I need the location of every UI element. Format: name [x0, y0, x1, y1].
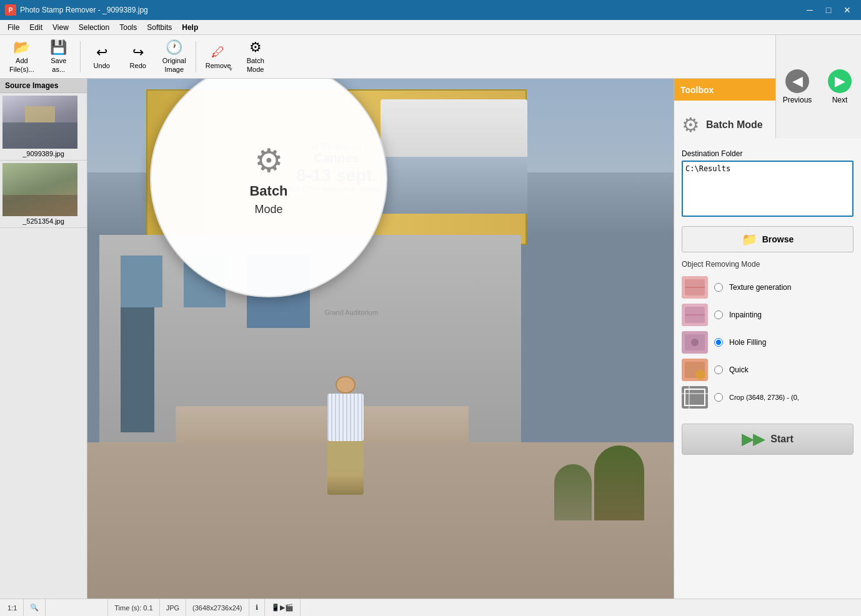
toolbar: 📂 AddFile(s)... 💾 Saveas... ↩ Undo ↪ Red…: [0, 35, 861, 79]
batch-mode-label: BatchMode: [247, 57, 264, 73]
mode-radio-inpainting[interactable]: [714, 310, 723, 319]
save-as-icon: 💾: [50, 39, 67, 56]
menu-selection[interactable]: Selection: [74, 21, 114, 34]
original-image-button[interactable]: 🕐 OriginalImage: [157, 38, 192, 76]
title-bar-left: P Photo Stamp Remover - _9099389.jpg: [5, 4, 148, 16]
grand-auditorium-label: Grand Auditorium: [292, 297, 410, 328]
menu-softbits[interactable]: Softbits: [142, 21, 177, 34]
zoom-display: 1:1: [5, 599, 24, 617]
mode-label-crop: Crop (3648, 2736) - (0,: [729, 394, 799, 401]
app-icon: P: [5, 4, 16, 16]
previous-button[interactable]: ◀ Previous: [776, 35, 819, 138]
mode-option-texture[interactable]: Texture generation: [682, 274, 854, 301]
next-button[interactable]: ▶ Next: [819, 35, 861, 138]
mode-option-hole-filling[interactable]: Hole Filling: [682, 329, 854, 356]
ground: [87, 442, 674, 599]
menu-bar: File Edit View Selection Tools Softbits …: [0, 20, 861, 35]
info-icon: ℹ: [249, 599, 265, 617]
remove-icon: 🖊: [211, 44, 225, 61]
close-button[interactable]: ✕: [839, 3, 856, 17]
toolbox-title: Toolbox: [680, 85, 714, 95]
menu-file[interactable]: File: [2, 21, 24, 34]
mode-icon-texture: [682, 276, 708, 299]
browse-folder-icon: 📁: [742, 232, 757, 247]
boat-banner: [381, 99, 527, 214]
mode-option-crop[interactable]: Crop (3648, 2736) - (0,: [682, 384, 854, 411]
object-removing-mode-section: Object Removing Mode Texture generation …: [682, 260, 854, 411]
zoom-level: 1:1: [7, 604, 17, 612]
save-as-button[interactable]: 💾 Saveas...: [41, 38, 76, 76]
main-area: Source Images _9099389.jpg _5251354.jpg: [0, 79, 861, 599]
mode-radio-crop[interactable]: [714, 393, 723, 402]
tree-right: [594, 445, 644, 520]
main-canvas: al Plaisance Cannes 8-13 sept. De 10h à …: [87, 79, 674, 599]
toolbox-batch-gear-icon: ⚙: [682, 113, 700, 137]
batch-mode-button[interactable]: ⚙ BatchMode: [238, 38, 273, 76]
toolbar-sep-2: [196, 41, 196, 72]
source-image-2-thumb: [2, 163, 77, 216]
destination-folder-input[interactable]: [682, 161, 854, 217]
start-button[interactable]: ▶▶ Start: [682, 424, 854, 455]
source-image-2[interactable]: _5251354.jpg: [0, 161, 87, 228]
source-panel-title: Source Images: [0, 79, 87, 93]
object-removing-mode-title: Object Removing Mode: [682, 260, 854, 269]
browse-button[interactable]: 📁 Browse: [682, 226, 854, 252]
menu-view[interactable]: View: [47, 21, 74, 34]
toolbox-batch-label: Batch Mode: [706, 119, 763, 131]
undo-icon: ↩: [96, 44, 107, 61]
undo-button[interactable]: ↩ Undo: [84, 38, 119, 76]
toolbox-panel: Toolbox ✕ ⚙ Batch Mode Destination Folde…: [674, 79, 861, 599]
add-files-icon: 📂: [13, 39, 30, 56]
tree-left: [554, 464, 592, 520]
redo-label: Redo: [130, 62, 146, 69]
destination-folder-section: Destination Folder: [682, 149, 854, 219]
nav-buttons: ◀ Previous ▶ Next: [775, 35, 861, 138]
time-display: Time (s): 0.1: [108, 599, 159, 617]
source-image-1-label: _9099389.jpg: [2, 150, 84, 157]
mode-radio-quick[interactable]: [714, 365, 723, 374]
mode-icon-quick: [682, 359, 708, 381]
remove-label: Remove: [206, 62, 231, 69]
redo-icon: ↪: [132, 44, 144, 61]
original-image-icon: 🕐: [166, 39, 182, 56]
redo-button[interactable]: ↪ Redo: [121, 38, 156, 76]
browse-label: Browse: [762, 234, 794, 244]
start-label: Start: [770, 434, 793, 445]
source-image-1-thumb: [2, 96, 77, 149]
next-label: Next: [832, 96, 848, 104]
window-controls: ─ □ ✕: [801, 3, 856, 17]
mode-radio-hole[interactable]: [714, 338, 723, 347]
menu-help[interactable]: Help: [177, 21, 203, 34]
add-files-button[interactable]: 📂 AddFile(s)...: [4, 38, 40, 76]
previous-circle: ◀: [785, 69, 809, 93]
minimize-button[interactable]: ─: [801, 3, 819, 17]
mode-label-hole: Hole Filling: [729, 338, 766, 347]
original-image-label: OriginalImage: [162, 57, 186, 73]
dimensions-display: (3648x2736x24): [186, 599, 249, 617]
menu-tools[interactable]: Tools: [114, 21, 142, 34]
mode-option-inpainting[interactable]: Inpainting: [682, 301, 854, 329]
mode-radio-texture[interactable]: [714, 283, 723, 292]
mode-option-quick[interactable]: Quick: [682, 356, 854, 384]
zoom-icon-area: 🔍: [24, 599, 46, 617]
canvas-area[interactable]: al Plaisance Cannes 8-13 sept. De 10h à …: [87, 79, 674, 599]
zoom-slider-area[interactable]: [46, 599, 108, 617]
title-bar: P Photo Stamp Remover - _9099389.jpg ─ □…: [0, 0, 861, 20]
mode-label-quick: Quick: [729, 365, 749, 374]
mode-icon-inpainting: [682, 304, 708, 326]
zoom-icon: 🔍: [30, 604, 39, 612]
remove-button[interactable]: 🖊 Remove ▼: [200, 38, 237, 76]
format-display: JPG: [160, 599, 186, 617]
save-as-label: Saveas...: [51, 57, 66, 73]
status-bar: 1:1 🔍 Time (s): 0.1 JPG (3648x2736x24) ℹ…: [0, 599, 861, 616]
source-image-1[interactable]: _9099389.jpg: [0, 93, 87, 161]
start-icon: ▶▶: [742, 430, 764, 448]
maximize-button[interactable]: □: [820, 3, 837, 17]
window-title: Photo Stamp Remover - _9099389.jpg: [20, 6, 148, 14]
mode-label-texture: Texture generation: [729, 283, 791, 292]
mode-label-inpainting: Inpainting: [729, 310, 762, 319]
svg-point-9: [695, 370, 705, 380]
mode-icon-crop: [682, 386, 708, 409]
menu-edit[interactable]: Edit: [24, 21, 47, 34]
social-icons: 📱▶🎬: [265, 599, 301, 617]
